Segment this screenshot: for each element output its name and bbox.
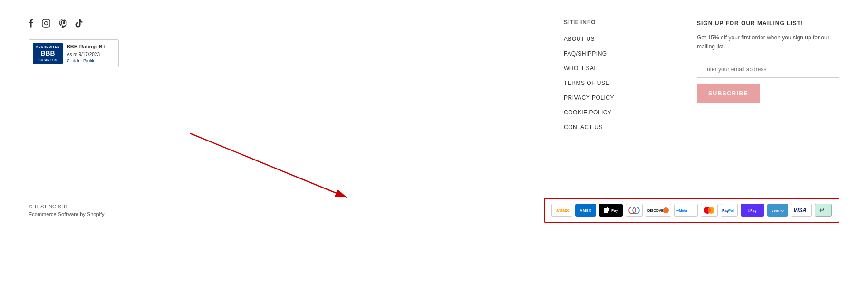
col-spacer — [152, 19, 545, 176]
applepay-icon: Pay — [599, 204, 623, 217]
payment-icons: amazon AMEX Pay — [544, 198, 839, 223]
footer-bottom-left: © TESTING SITE Ecommerce Software by Sho… — [29, 204, 105, 217]
site-info-heading: SITE INFO — [564, 19, 678, 26]
subscribe-button[interactable]: SUBSCRIBE — [697, 84, 760, 103]
list-item: CONTACT US — [564, 123, 678, 131]
svg-text:↩: ↩ — [819, 207, 824, 214]
faq-shipping-link[interactable]: FAQ/SHIPPING — [564, 50, 607, 57]
svg-text:∞Meta: ∞Meta — [676, 208, 687, 213]
svg-text:Pal: Pal — [728, 208, 734, 213]
svg-text:VISA: VISA — [793, 207, 807, 214]
amazon-pay-icon: amazon — [551, 204, 572, 217]
footer-main: ACCREDITED BBB BUSINESS BBB Rating: B+ A… — [0, 0, 868, 190]
amex-pay-icon: AMEX — [575, 204, 596, 217]
privacy-policy-link[interactable]: PRIVACY POLICY — [564, 94, 614, 101]
svg-point-9 — [663, 207, 669, 213]
col-mailing: SIGN UP FOR OUR MAILING LIST! Get 15% of… — [697, 19, 839, 176]
shoppay-icon: □Pay — [741, 204, 764, 217]
list-item: TERMS OF USE — [564, 79, 678, 86]
mailing-heading: SIGN UP FOR OUR MAILING LIST! — [697, 19, 839, 28]
contact-us-link[interactable]: CONTACT US — [564, 124, 603, 131]
footer-bottom: © TESTING SITE Ecommerce Software by Sho… — [0, 190, 868, 232]
tiktok-icon[interactable] — [75, 19, 83, 30]
svg-rect-0 — [42, 19, 50, 27]
instagram-icon[interactable] — [42, 19, 50, 30]
svg-point-7 — [633, 207, 639, 214]
other-pay-icon: ↩ — [815, 204, 832, 217]
shopify-link[interactable]: Ecommerce Software by Shopify — [29, 211, 105, 217]
col-social: ACCREDITED BBB BUSINESS BBB Rating: B+ A… — [29, 19, 133, 176]
facebook-icon[interactable] — [29, 19, 33, 30]
about-us-link[interactable]: ABOUT US — [564, 36, 595, 42]
venmo-pay-icon: venmo — [767, 204, 788, 217]
mailing-description: Get 15% off your first order when you si… — [697, 33, 839, 51]
diners-pay-icon — [626, 204, 643, 217]
svg-text:amazon: amazon — [556, 208, 569, 213]
paypal-pay-icon: Pay Pal — [721, 204, 738, 217]
bbb-logo: ACCREDITED BBB BUSINESS — [33, 43, 63, 64]
discover-pay-icon: DISCOVER — [646, 204, 671, 217]
site-info-links: ABOUT US FAQ/SHIPPING WHOLESALE TERMS OF… — [564, 35, 678, 131]
bbb-badge[interactable]: ACCREDITED BBB BUSINESS BBB Rating: B+ A… — [29, 39, 119, 67]
email-input[interactable] — [697, 61, 839, 78]
terms-of-use-link[interactable]: TERMS OF USE — [564, 80, 609, 86]
list-item: ABOUT US — [564, 35, 678, 42]
col-site-info: SITE INFO ABOUT US FAQ/SHIPPING WHOLESAL… — [564, 19, 678, 176]
cookie-policy-link[interactable]: COOKIE POLICY — [564, 109, 612, 116]
list-item: WHOLESALE — [564, 65, 678, 72]
social-icons — [29, 19, 133, 30]
svg-point-2 — [48, 21, 48, 22]
visa-pay-icon: VISA — [791, 204, 812, 217]
copyright: © TESTING SITE — [29, 204, 105, 209]
pinterest-icon[interactable] — [59, 19, 67, 30]
svg-point-1 — [45, 22, 48, 25]
list-item: COOKIE POLICY — [564, 109, 678, 116]
svg-point-6 — [629, 207, 636, 214]
mastercard-pay-icon — [701, 204, 718, 217]
wholesale-link[interactable]: WHOLESALE — [564, 65, 601, 72]
bbb-info: BBB Rating: B+ As of 9/17/2023 Click for… — [67, 43, 106, 64]
meta-pay-icon: ∞Meta — [674, 204, 698, 217]
list-item: PRIVACY POLICY — [564, 94, 678, 101]
list-item: FAQ/SHIPPING — [564, 50, 678, 57]
